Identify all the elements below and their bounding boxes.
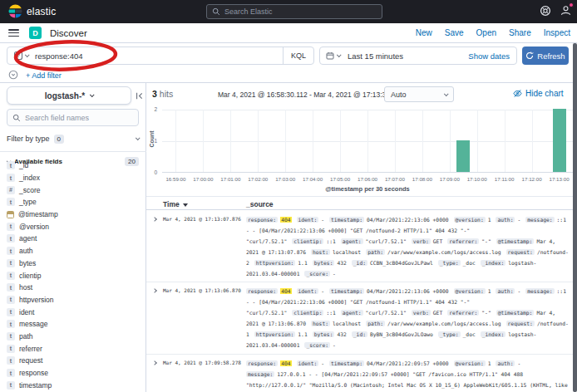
histogram-bar[interactable] — [553, 109, 566, 172]
string-field-icon: t — [7, 272, 15, 280]
source-field-value: 432 — [337, 260, 346, 266]
discover-app-badge: D — [29, 27, 42, 39]
query-text-input[interactable] — [35, 51, 283, 61]
elastic-logo-icon[interactable] — [8, 4, 22, 18]
source-field-value: 1 — [488, 360, 491, 366]
highlighted-value: 404 — [280, 360, 291, 366]
source-field-badge: message: — [246, 371, 274, 377]
expand-row-icon[interactable] — [152, 289, 157, 294]
field-item-_id[interactable]: t_id — [7, 159, 140, 172]
field-item-response[interactable]: tresponse — [7, 367, 140, 380]
expand-row-icon[interactable] — [152, 217, 157, 222]
source-field-value: - — [333, 342, 336, 348]
number-field-icon: # — [7, 186, 15, 194]
filter-by-type-label: Filter by type — [7, 135, 50, 143]
string-field-icon: t — [7, 369, 15, 377]
refresh-button[interactable]: Refresh — [522, 47, 569, 65]
hide-chart-button[interactable]: Hide chart — [513, 89, 564, 98]
source-field-badge: _id: — [352, 331, 367, 337]
highlighted-value: 404 — [280, 288, 291, 294]
source-field-value: 04/Mar/2021:22:13:06 +0000 — [367, 217, 449, 223]
chevron-down-icon — [136, 135, 141, 140]
field-name: request — [19, 356, 42, 365]
add-filter-button[interactable]: + Add filter — [26, 71, 62, 80]
field-name: path — [19, 332, 33, 341]
appbar-action-new[interactable]: New — [416, 28, 432, 37]
source-field-badge: path: — [366, 321, 385, 326]
source-field-value: - — [321, 217, 324, 223]
time-column-header[interactable]: Time — [163, 200, 188, 208]
page-title: Discover — [50, 28, 87, 38]
appbar-action-save[interactable]: Save — [445, 28, 464, 37]
fields-sidebar: logstash-* Filter by type 0 Available fi… — [0, 83, 146, 392]
histogram-bar[interactable] — [456, 140, 470, 172]
string-field-icon: t — [7, 198, 15, 206]
field-search-input[interactable] — [25, 114, 133, 122]
header-right-icons — [540, 4, 572, 20]
field-item-_index[interactable]: t_index — [7, 172, 140, 184]
source-field-badge: _type: — [438, 260, 461, 266]
source-field-badge: verb: — [412, 238, 431, 244]
field-item-timestamp[interactable]: ttimestamp — [7, 379, 140, 391]
field-name: auth — [19, 247, 33, 255]
field-item-message[interactable]: tmessage — [7, 318, 140, 331]
query-input[interactable]: KQL — [7, 47, 314, 65]
appbar-action-share[interactable]: Share — [509, 28, 531, 37]
global-search-input[interactable] — [224, 7, 377, 16]
field-item-@timestamp[interactable]: @timestamp — [7, 208, 140, 221]
source-field-value: 432 — [337, 331, 346, 337]
help-icon[interactable] — [540, 5, 551, 20]
field-item-agent[interactable]: tagent — [7, 233, 140, 245]
field-name: host — [19, 283, 32, 292]
source-field-value: 04/Mar/2021:22:13:06 +0000 — [367, 288, 449, 294]
field-item-host[interactable]: thost — [7, 282, 140, 294]
source-field-value: - — [517, 360, 520, 366]
field-item-auth[interactable]: tauth — [7, 245, 140, 257]
document-row: Mar 4, 2021 @ 17:13:06.870response:404id… — [146, 282, 573, 354]
field-item-httpversion[interactable]: thttpversion — [7, 294, 140, 306]
source-field-badge: request: — [506, 249, 535, 255]
string-field-icon: t — [7, 234, 15, 243]
source-field-badge: verb: — [412, 310, 431, 316]
filter-options-icon[interactable] — [8, 68, 18, 83]
time-range-button[interactable]: Last 15 minutes — [348, 51, 403, 61]
query-language-button[interactable]: KQL — [283, 47, 313, 64]
source-field-value: - — [333, 271, 336, 277]
field-item-bytes[interactable]: tbytes — [7, 257, 140, 270]
global-search[interactable] — [206, 4, 382, 19]
field-item-path[interactable]: tpath — [7, 331, 140, 343]
source-field-value: 04/Mar/2021:22:09:57 +0000 — [367, 360, 449, 366]
filter-by-type[interactable]: Filter by type 0 — [7, 131, 139, 146]
gridline — [340, 110, 341, 172]
field-item-clientip[interactable]: tclientip — [7, 269, 140, 282]
document-row: Mar 4, 2021 @ 17:13:07.876response:404id… — [146, 211, 573, 282]
saved-query-menu-icon[interactable] — [13, 51, 28, 61]
appbar-action-open[interactable]: Open — [476, 28, 496, 37]
source-field-badge: _type: — [438, 331, 461, 337]
interval-select[interactable]: Auto — [384, 86, 454, 102]
gridline — [203, 110, 204, 172]
field-name: httpversion — [19, 296, 54, 304]
source-field-value: 1 — [488, 217, 491, 223]
field-item-@version[interactable]: t@version — [7, 220, 140, 233]
vertical-scrollbar[interactable] — [573, 43, 577, 392]
field-item-_type[interactable]: t_type — [7, 196, 140, 208]
index-pattern-select[interactable]: logstash-* — [7, 86, 131, 105]
gridline — [230, 110, 231, 172]
source-field-badge: auth: — [496, 217, 515, 223]
field-item-ident[interactable]: tident — [7, 306, 140, 318]
field-item-request[interactable]: trequest — [7, 355, 140, 367]
appbar-action-inspect[interactable]: Inspect — [544, 28, 570, 37]
user-avatar[interactable] — [560, 4, 572, 20]
field-item-_score[interactable]: #_score — [7, 184, 140, 196]
field-item-referrer[interactable]: treferrer — [7, 342, 140, 355]
source-field-badge: auth: — [496, 288, 515, 294]
calendar-icon[interactable] — [320, 51, 346, 60]
expand-row-icon[interactable] — [152, 360, 157, 365]
show-dates-button[interactable]: Show dates — [468, 51, 516, 61]
menu-icon[interactable] — [8, 29, 19, 37]
collapse-sidebar-icon[interactable] — [135, 89, 144, 104]
field-list: t_idt_index#_scoret_type@timestampt@vers… — [7, 159, 140, 391]
field-search[interactable] — [7, 109, 139, 126]
document-source: response:404ident:-timestamp:04/Mar/2021… — [246, 215, 570, 279]
